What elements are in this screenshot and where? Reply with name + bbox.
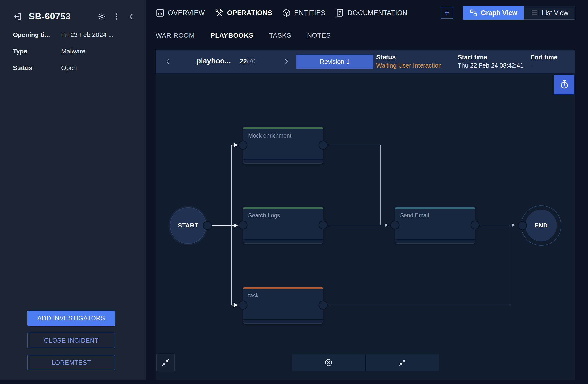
- sidebar-header: SB-60753: [0, 0, 146, 22]
- loremtest-button[interactable]: LOREMTEST: [27, 355, 115, 370]
- close-incident-button[interactable]: CLOSE INCIDENT: [27, 333, 115, 348]
- playbook-status: Status Waiting User Interaction: [376, 53, 442, 69]
- field-label: Type: [13, 48, 61, 55]
- list-view-label: List View: [542, 9, 568, 17]
- app-root: SB-60753 Opening ti... Fri 2: [0, 0, 588, 384]
- collapse-view-button[interactable]: [365, 354, 439, 371]
- main-content: OVERVIEW OPERATIONS ENTITIES: [156, 0, 575, 380]
- field-opening-time: Opening ti... Fri 23 Feb 2024 ...: [13, 31, 137, 39]
- tab-overview[interactable]: OVERVIEW: [156, 8, 205, 17]
- node-accent-strip: [243, 207, 323, 209]
- subtab-tasks[interactable]: TASKS: [269, 32, 291, 40]
- gear-icon[interactable]: [98, 12, 106, 21]
- main-tabs: OVERVIEW OPERATIONS ENTITIES: [156, 8, 407, 17]
- tab-label: OPERATIONS: [227, 9, 272, 17]
- revision-selector[interactable]: Revision 1: [296, 55, 373, 68]
- task-node-mock-enrichment[interactable]: Mock enrichment: [243, 127, 323, 164]
- graph-view-label: Graph View: [481, 9, 517, 17]
- start-time-value: Thu 22 Feb 24 08:42:41: [458, 61, 524, 69]
- start-node[interactable]: START: [170, 207, 207, 244]
- next-playbook-chevron-icon[interactable]: [283, 58, 290, 65]
- circle-x-icon: [324, 358, 333, 367]
- task-node-footer: [243, 239, 323, 243]
- playbook-start-time: Start time Thu 22 Feb 24 08:42:41: [458, 53, 524, 69]
- task-node-label: Send Email: [400, 212, 429, 219]
- counter-total: /70: [247, 58, 255, 64]
- tab-label: ENTITIES: [294, 9, 325, 17]
- status-label: Status: [376, 53, 442, 61]
- node-accent-strip: [243, 287, 323, 289]
- back-icon[interactable]: [13, 12, 22, 21]
- field-value: Malware: [61, 48, 137, 55]
- end-time-value: -: [530, 61, 558, 69]
- incident-id: SB-60753: [29, 11, 71, 22]
- tab-label: DOCUMENTATION: [348, 9, 407, 17]
- list-icon: [530, 9, 538, 17]
- task-node-send-email[interactable]: Send Email: [395, 206, 475, 243]
- collapse-sidebar-chevron-icon[interactable]: [127, 12, 136, 21]
- tools-icon: [215, 8, 224, 17]
- task-node-task[interactable]: task: [243, 287, 323, 323]
- field-value: Open: [61, 64, 137, 72]
- view-toggle: Graph View List View: [463, 6, 575, 20]
- incident-fields: Opening ti... Fri 23 Feb 2024 ... Type M…: [13, 31, 137, 81]
- playbook-title: playboo...: [196, 57, 231, 65]
- start-time-label: Start time: [458, 53, 524, 61]
- prev-playbook-chevron-icon[interactable]: [165, 58, 172, 65]
- node-accent-strip: [243, 127, 323, 129]
- topbar-right: + Graph View List View: [441, 6, 575, 20]
- end-node[interactable]: END: [521, 205, 561, 246]
- cube-icon: [282, 8, 291, 17]
- timer-button[interactable]: [554, 75, 574, 94]
- task-node-footer: [243, 160, 323, 163]
- document-icon: [336, 8, 344, 17]
- field-label: Opening ti...: [13, 31, 61, 39]
- end-label: END: [534, 222, 548, 229]
- flowchart-icon: [469, 9, 477, 17]
- graph-edges: [156, 73, 575, 380]
- task-node-label: Search Logs: [248, 212, 280, 219]
- field-status: Status Open: [13, 64, 137, 72]
- add-investigators-button[interactable]: ADD INVESTIGATORS: [27, 311, 115, 326]
- kebab-menu-icon[interactable]: [112, 12, 121, 21]
- operations-subtabs: WAR ROOM PLAYBOOKS TASKS NOTES: [156, 26, 575, 45]
- close-circle-button[interactable]: [292, 354, 365, 371]
- compress-icon: [161, 358, 170, 367]
- compress-icon: [398, 358, 407, 367]
- subtab-playbooks[interactable]: PLAYBOOKS: [210, 32, 253, 40]
- start-label: START: [178, 222, 198, 229]
- field-label: Status: [13, 64, 61, 72]
- sidebar-tools: [98, 12, 136, 21]
- bar-chart-icon: [156, 8, 165, 17]
- timer-icon: [559, 79, 569, 90]
- field-type: Type Malware: [13, 48, 137, 55]
- subtab-notes[interactable]: NOTES: [307, 32, 331, 40]
- end-time-label: End time: [530, 53, 558, 61]
- tab-documentation[interactable]: DOCUMENTATION: [336, 8, 407, 17]
- status-value: Waiting User Interaction: [376, 61, 442, 69]
- graph-view-button[interactable]: Graph View: [463, 6, 524, 20]
- tab-label: OVERVIEW: [168, 9, 205, 17]
- playbook-end-time: End time -: [530, 53, 558, 69]
- subtab-war-room[interactable]: WAR ROOM: [156, 32, 195, 40]
- task-node-footer: [395, 239, 475, 243]
- tab-operations[interactable]: OPERATIONS: [215, 8, 272, 17]
- playbook-task-counter: 22/70: [240, 58, 255, 65]
- counter-current: 22: [240, 58, 247, 64]
- tab-entities[interactable]: ENTITIES: [282, 8, 325, 17]
- add-tab-button[interactable]: +: [441, 7, 453, 19]
- field-value: Fri 23 Feb 2024 ...: [61, 31, 137, 39]
- node-accent-strip: [395, 207, 475, 209]
- task-node-search-logs[interactable]: Search Logs: [243, 206, 323, 243]
- fit-view-button[interactable]: [156, 354, 175, 371]
- task-node-label: Mock enrichment: [248, 132, 291, 139]
- task-node-footer: [243, 320, 323, 323]
- playbook-panel: playboo... 22/70 Revision 1 Status Waiti…: [156, 50, 575, 380]
- task-node-label: task: [248, 292, 258, 299]
- top-nav: OVERVIEW OPERATIONS ENTITIES: [156, 0, 575, 26]
- playbook-header: playboo... 22/70 Revision 1 Status Waiti…: [156, 50, 575, 73]
- list-view-button[interactable]: List View: [524, 6, 575, 20]
- canvas-bottom-toolbar: [292, 354, 439, 371]
- playbook-graph-canvas[interactable]: START Mock enrichment Search Logs task: [156, 73, 575, 380]
- incident-actions: ADD INVESTIGATORS CLOSE INCIDENT LOREMTE…: [27, 311, 115, 370]
